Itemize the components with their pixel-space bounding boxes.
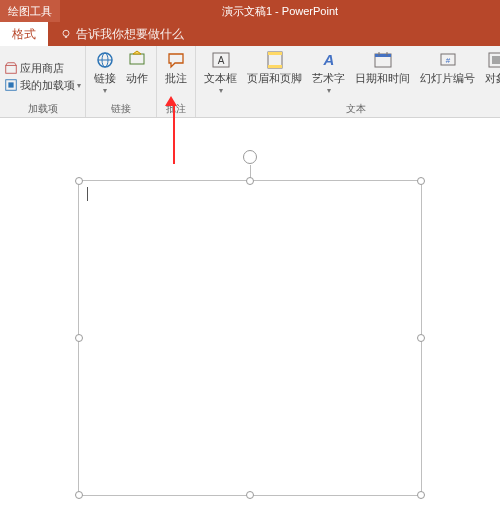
svg-rect-17 [375, 54, 391, 57]
tell-me-label: 告诉我你想要做什么 [76, 26, 184, 43]
slide-number-icon: # [438, 50, 458, 70]
object-icon [486, 50, 500, 70]
document-title: 演示文稿1 - PowerPoint [60, 4, 500, 19]
text-cursor [87, 187, 88, 201]
datetime-icon [373, 50, 393, 70]
textbox-icon: A [211, 50, 231, 70]
wordart-button[interactable]: A 艺术字 ▾ [308, 48, 349, 95]
ribbon-tab-row: 格式 告诉我你想要做什么 [0, 22, 500, 46]
svg-text:A: A [322, 51, 334, 68]
addin-icon [4, 78, 18, 92]
group-addins: 应用商店 我的加载项▾ 加载项 [0, 46, 86, 117]
tab-format[interactable]: 格式 [0, 22, 48, 46]
resize-handle-t[interactable] [246, 177, 254, 185]
wordart-icon: A [319, 50, 339, 70]
action-icon [127, 50, 147, 70]
chevron-down-icon: ▾ [103, 86, 107, 95]
svg-rect-1 [65, 36, 67, 38]
lightbulb-icon [60, 28, 72, 40]
addins-store-button[interactable]: 应用商店 [4, 61, 64, 76]
svg-point-0 [63, 30, 69, 36]
action-button[interactable]: 动作 [122, 48, 152, 84]
svg-text:#: # [445, 56, 450, 65]
chevron-down-icon: ▾ [219, 86, 223, 95]
object-button[interactable]: 对象 [481, 48, 500, 84]
resize-handle-r[interactable] [417, 334, 425, 342]
addins-myaddins-button[interactable]: 我的加载项▾ [4, 78, 81, 93]
resize-handle-l[interactable] [75, 334, 83, 342]
annotation-arrow [170, 96, 177, 164]
comment-icon [166, 50, 186, 70]
hyperlink-icon [95, 50, 115, 70]
slide-number-button[interactable]: # 幻灯片编号 [416, 48, 479, 84]
svg-rect-4 [8, 82, 13, 87]
header-footer-button[interactable]: 页眉和页脚 [243, 48, 306, 84]
group-text-label: 文本 [346, 102, 366, 116]
group-text: A 文本框 ▾ 页眉和页脚 A 艺术字 ▾ 日期和时间 # 幻灯片编号 [196, 46, 500, 117]
contextual-tab-label: 绘图工具 [0, 0, 60, 22]
resize-handle-b[interactable] [246, 491, 254, 499]
group-links-label: 链接 [111, 102, 131, 116]
chevron-down-icon: ▾ [327, 86, 331, 95]
resize-handle-tr[interactable] [417, 177, 425, 185]
svg-rect-8 [130, 54, 144, 64]
group-links: 链接 ▾ 动作 链接 [86, 46, 157, 117]
new-comment-button[interactable]: 批注 [161, 48, 191, 84]
ribbon: 应用商店 我的加载项▾ 加载项 链接 ▾ 动作 链接 [0, 46, 500, 118]
svg-text:A: A [217, 55, 224, 66]
title-bar: 绘图工具 演示文稿1 - PowerPoint [0, 0, 500, 22]
svg-marker-9 [133, 51, 141, 54]
tell-me-search[interactable]: 告诉我你想要做什么 [60, 26, 184, 43]
header-footer-icon [265, 50, 285, 70]
svg-rect-2 [6, 65, 17, 73]
datetime-button[interactable]: 日期和时间 [351, 48, 414, 84]
hyperlink-button[interactable]: 链接 ▾ [90, 48, 120, 95]
rotate-handle[interactable] [243, 150, 257, 164]
svg-rect-13 [268, 52, 282, 55]
chevron-down-icon: ▾ [77, 81, 81, 90]
resize-handle-tl[interactable] [75, 177, 83, 185]
group-addins-label: 加载项 [28, 102, 58, 116]
svg-rect-23 [492, 56, 500, 64]
resize-handle-bl[interactable] [75, 491, 83, 499]
resize-handle-br[interactable] [417, 491, 425, 499]
store-icon [4, 61, 18, 75]
selected-textbox[interactable] [78, 180, 422, 496]
svg-rect-14 [268, 65, 282, 68]
textbox-button[interactable]: A 文本框 ▾ [200, 48, 241, 95]
